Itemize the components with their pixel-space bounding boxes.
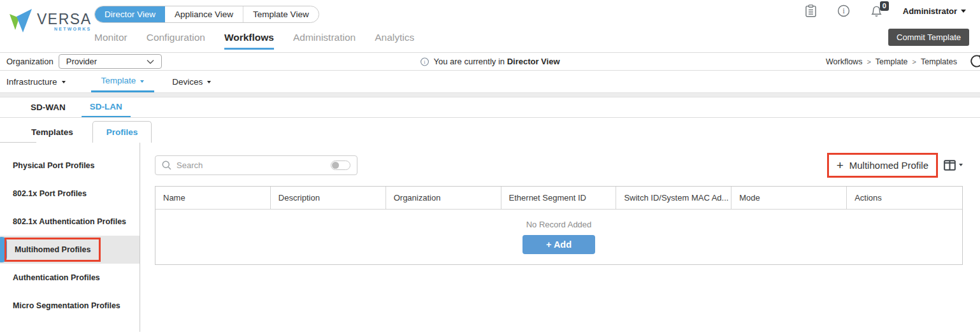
brand-name: VERSA: [37, 12, 91, 26]
menu-devices[interactable]: Devices: [162, 71, 221, 92]
nav-analytics[interactable]: Analytics: [375, 32, 414, 50]
column-header-ethernet-segment-id[interactable]: Ethernet Segment ID: [501, 187, 617, 209]
toolbar: + Multihomed Profile: [155, 150, 963, 180]
sidebar-item-authentication-profiles[interactable]: Authentication Profiles: [0, 264, 140, 292]
chevron-down-icon: [140, 80, 144, 83]
versa-logo: VERSA NETWORKS: [9, 8, 91, 36]
tab-sd-lan[interactable]: SD-LAN: [82, 97, 131, 117]
user-name: Administrator: [903, 6, 957, 16]
main-panel: + Multihomed Profile Name Description Or…: [140, 143, 980, 332]
menu-template[interactable]: Template: [91, 71, 155, 92]
menu-infrastructure[interactable]: Infrastructure: [6, 71, 76, 92]
info-icon: i: [420, 57, 429, 66]
app-header: VERSA NETWORKS Director View Appliance V…: [0, 0, 980, 53]
organization-select-value: Provider: [66, 57, 97, 66]
svg-text:i: i: [424, 59, 426, 64]
section-divider-band: [0, 93, 980, 97]
nav-workflows[interactable]: Workflows: [224, 32, 274, 50]
search-box: [155, 155, 357, 175]
empty-state-text: No Record Added: [526, 220, 592, 229]
sidebar-item-physical-port-profiles[interactable]: Physical Port Profiles: [0, 152, 140, 180]
column-header-actions[interactable]: Actions: [847, 187, 962, 209]
search-toggle[interactable]: [331, 160, 350, 170]
annotation-highlight-box: Multihomed Profiles: [4, 238, 101, 262]
user-menu[interactable]: Administrator: [903, 6, 966, 16]
search-icon: [162, 160, 171, 170]
bell-icon[interactable]: 0: [871, 5, 882, 17]
brand-tagline: NETWORKS: [54, 27, 91, 31]
current-view-notice: i You are currently in Director View: [420, 57, 559, 66]
nav-administration[interactable]: Administration: [293, 32, 356, 50]
add-multihomed-profile-label: Multihomed Profile: [849, 160, 928, 171]
profiles-table: Name Description Organization Ethernet S…: [155, 186, 963, 265]
versa-logo-icon: [9, 8, 33, 36]
tab-director-view[interactable]: Director View: [95, 6, 165, 22]
profiles-sidebar: Physical Port Profiles 802.1x Port Profi…: [0, 143, 140, 332]
refresh-icon[interactable]: [969, 55, 980, 72]
table-empty-state: No Record Added + Add: [155, 210, 962, 264]
tab-sd-wan[interactable]: SD-WAN: [22, 97, 74, 117]
main-nav: Monitor Configuration Workflows Administ…: [94, 32, 414, 50]
breadcrumb-separator: >: [867, 58, 870, 66]
chevron-down-icon: [62, 81, 66, 83]
chevron-down-icon: [959, 164, 963, 166]
nav-monitor[interactable]: Monitor: [94, 32, 127, 50]
plus-icon: +: [837, 160, 844, 170]
sidebar-item-8021x-port-profiles[interactable]: 802.1x Port Profiles: [0, 180, 140, 208]
column-header-description[interactable]: Description: [271, 187, 386, 209]
breadcrumb: Workflows > Template > Templates: [826, 57, 957, 66]
organization-select[interactable]: Provider: [59, 54, 162, 69]
column-chooser-button[interactable]: [944, 160, 963, 171]
table-header-row: Name Description Organization Ethernet S…: [155, 187, 962, 210]
column-header-organization[interactable]: Organization: [386, 187, 501, 209]
column-header-mode[interactable]: Mode: [731, 187, 847, 209]
add-record-button[interactable]: + Add: [522, 235, 595, 254]
sd-tab-bar: SD-WAN SD-LAN: [0, 97, 980, 118]
nav-configuration[interactable]: Configuration: [147, 32, 205, 50]
tab-profiles[interactable]: Profiles: [92, 121, 152, 143]
column-header-name[interactable]: Name: [155, 187, 271, 209]
content-area: Physical Port Profiles 802.1x Port Profi…: [0, 143, 980, 332]
breadcrumb-templates[interactable]: Templates: [921, 57, 957, 66]
organization-label: Organization: [6, 57, 54, 66]
notice-prefix: You are currently in: [433, 57, 505, 66]
sidebar-item-micro-segmentation-profiles[interactable]: Micro Segmentation Profiles: [0, 292, 140, 320]
header-icon-group: i 0 Administrator: [805, 4, 966, 17]
columns-icon: [944, 160, 956, 171]
chevron-down-icon: [147, 59, 154, 64]
add-multihomed-profile-button[interactable]: + Multihomed Profile: [827, 153, 938, 178]
clipboard-icon[interactable]: [805, 4, 816, 17]
column-header-switch-id[interactable]: Switch ID/System MAC Ad...: [616, 187, 731, 209]
breadcrumb-separator: >: [912, 58, 916, 66]
notification-badge: 0: [880, 1, 889, 11]
toggle-knob: [332, 162, 339, 169]
view-switcher: Director View Appliance View Template Vi…: [94, 6, 319, 23]
tab-template-view[interactable]: Template View: [243, 6, 319, 22]
organization-bar: Organization Provider i You are currentl…: [0, 53, 980, 71]
info-icon[interactable]: i: [837, 4, 850, 17]
search-input[interactable]: [177, 160, 326, 170]
svg-text:i: i: [842, 7, 844, 15]
sidebar-item-multihomed-profiles[interactable]: Multihomed Profiles: [0, 236, 140, 264]
divider: [0, 142, 36, 143]
chevron-down-icon: [961, 10, 966, 13]
breadcrumb-template[interactable]: Template: [876, 57, 908, 66]
tab-templates[interactable]: Templates: [21, 122, 83, 143]
sub-tab-bar: Templates Profiles: [0, 118, 980, 143]
breadcrumb-workflows[interactable]: Workflows: [826, 57, 862, 66]
workflow-menu: Infrastructure Template Devices: [0, 71, 980, 93]
chevron-down-icon: [207, 81, 211, 83]
sidebar-item-8021x-authentication-profiles[interactable]: 802.1x Authentication Profiles: [0, 208, 140, 236]
tab-appliance-view[interactable]: Appliance View: [165, 6, 243, 22]
commit-template-button[interactable]: Commit Template: [888, 29, 969, 46]
notice-view-name: Director View: [507, 57, 560, 66]
